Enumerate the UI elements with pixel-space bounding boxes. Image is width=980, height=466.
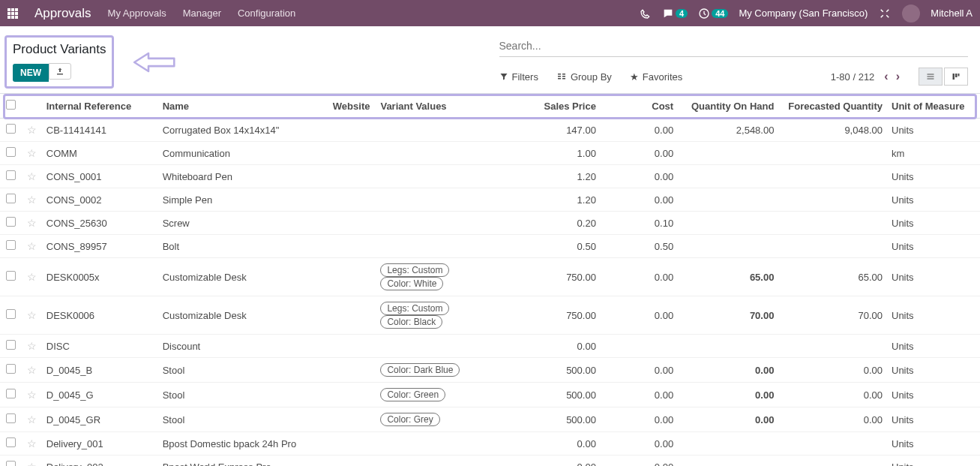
cell-variants — [376, 119, 508, 142]
star-icon[interactable]: ☆ — [27, 364, 37, 376]
cell-ref: CONS_89957 — [42, 235, 158, 258]
col-cost[interactable]: Cost — [601, 94, 678, 119]
cell-name: Whiteboard Pen — [158, 165, 328, 188]
star-icon[interactable]: ☆ — [27, 240, 37, 252]
user-name[interactable]: Mitchell A — [931, 8, 973, 19]
nav-manager[interactable]: Manager — [183, 8, 221, 19]
cell-cost — [601, 335, 678, 358]
cell-price: 1.20 — [508, 188, 601, 212]
product-table: Internal Reference Name Website Variant … — [0, 94, 980, 466]
cell-forecast — [778, 235, 887, 258]
apps-icon[interactable] — [7, 8, 18, 19]
cell-qty — [678, 235, 778, 258]
star-icon[interactable]: ☆ — [27, 413, 37, 425]
nav-configuration[interactable]: Configuration — [238, 8, 295, 19]
cell-variants — [376, 212, 508, 235]
cell-variants — [376, 432, 508, 455]
row-checkbox[interactable] — [6, 389, 16, 398]
cell-name: Bpost World Express Pro — [158, 455, 328, 467]
row-checkbox[interactable] — [6, 340, 16, 350]
col-name[interactable]: Name — [158, 94, 328, 119]
table-row[interactable]: ☆CONS_0001Whiteboard Pen1.200.00Units — [0, 165, 980, 188]
select-all-checkbox[interactable] — [6, 100, 16, 110]
table-row[interactable]: ☆DESK0006Customizable DeskLegs: CustomCo… — [0, 296, 980, 335]
import-button[interactable] — [49, 63, 71, 80]
star-icon[interactable]: ☆ — [27, 170, 37, 182]
search-input[interactable] — [499, 35, 969, 57]
col-qty[interactable]: Quantity On Hand — [678, 94, 778, 119]
table-row[interactable]: ☆D_0045_BStoolColor: Dark Blue500.000.00… — [0, 358, 980, 383]
cell-forecast: 0.00 — [778, 383, 887, 407]
row-checkbox[interactable] — [6, 413, 16, 423]
table-row[interactable]: ☆CB-11414141Corrugated Box 14x14x14"147.… — [0, 119, 980, 142]
favorites-button[interactable]: ★ Favorites — [630, 71, 682, 83]
cell-website — [328, 358, 376, 383]
row-checkbox[interactable] — [6, 364, 16, 374]
cell-name: Simple Pen — [158, 188, 328, 212]
view-list[interactable] — [919, 68, 943, 86]
star-icon[interactable]: ☆ — [27, 217, 37, 229]
star-icon[interactable]: ☆ — [27, 147, 37, 159]
col-ref[interactable]: Internal Reference — [42, 94, 158, 119]
star-icon[interactable]: ☆ — [27, 271, 37, 283]
col-uom[interactable]: Unit of Measure — [887, 94, 980, 119]
row-checkbox[interactable] — [6, 309, 16, 319]
row-checkbox[interactable] — [6, 437, 16, 447]
col-variants[interactable]: Variant Values — [376, 94, 508, 119]
table-row[interactable]: ☆D_0045_GRStoolColor: Grey500.000.000.00… — [0, 407, 980, 432]
row-checkbox[interactable] — [6, 194, 16, 203]
star-icon[interactable]: ☆ — [27, 340, 37, 352]
star-icon[interactable]: ☆ — [27, 194, 37, 206]
table-row[interactable]: ☆DISCDiscount0.00Units — [0, 335, 980, 358]
debug-icon[interactable] — [878, 7, 892, 20]
table-row[interactable]: ☆CONS_25630Screw0.200.10Units — [0, 212, 980, 235]
table-row[interactable]: ☆Delivery_002Bpost World Express Pro0.00… — [0, 455, 980, 467]
col-website[interactable]: Website — [328, 94, 376, 119]
phone-icon[interactable] — [640, 8, 652, 20]
cell-ref: D_0045_B — [42, 358, 158, 383]
row-checkbox[interactable] — [6, 461, 16, 466]
table-row[interactable]: ☆D_0045_GStoolColor: Green500.000.000.00… — [0, 383, 980, 407]
view-kanban[interactable] — [944, 68, 968, 86]
cell-qty — [678, 188, 778, 212]
cell-qty — [678, 335, 778, 358]
row-checkbox[interactable] — [6, 217, 16, 227]
row-checkbox[interactable] — [6, 147, 16, 157]
filters-button[interactable]: Filters — [499, 71, 538, 83]
activities-icon[interactable]: 44 — [698, 8, 728, 20]
cell-uom: km — [887, 142, 980, 165]
groupby-button[interactable]: Group By — [556, 71, 612, 83]
pager-prev[interactable]: ‹ — [882, 70, 890, 83]
avatar[interactable] — [902, 5, 920, 23]
row-checkbox[interactable] — [6, 170, 16, 180]
cell-forecast — [778, 212, 887, 235]
table-row[interactable]: ☆CONS_0002Simple Pen1.200.00Units — [0, 188, 980, 212]
row-checkbox[interactable] — [6, 271, 16, 281]
star-icon[interactable]: ☆ — [27, 124, 37, 136]
table-row[interactable]: ☆DESK0005xCustomizable DeskLegs: CustomC… — [0, 258, 980, 296]
variant-tag: Color: Black — [380, 315, 442, 329]
nav-my-approvals[interactable]: My Approvals — [108, 8, 166, 19]
row-checkbox[interactable] — [6, 124, 16, 134]
cell-name: Bolt — [158, 235, 328, 258]
app-brand[interactable]: Approvals — [34, 6, 91, 21]
cell-variants: Color: Grey — [376, 407, 508, 432]
table-row[interactable]: ☆COMMCommunication1.000.00km — [0, 142, 980, 165]
star-icon[interactable]: ☆ — [27, 437, 37, 449]
row-checkbox[interactable] — [6, 240, 16, 250]
table-row[interactable]: ☆CONS_89957Bolt0.500.50Units — [0, 235, 980, 258]
star-icon[interactable]: ☆ — [27, 389, 37, 401]
col-price[interactable]: Sales Price — [508, 94, 601, 119]
company-switcher[interactable]: My Company (San Francisco) — [739, 8, 868, 19]
col-forecast[interactable]: Forecasted Quantity — [778, 94, 887, 119]
new-button[interactable]: NEW — [13, 64, 49, 82]
table-row[interactable]: ☆Delivery_001Bpost Domestic bpack 24h Pr… — [0, 432, 980, 455]
star-icon[interactable]: ☆ — [27, 461, 37, 466]
messages-icon[interactable]: 4 — [662, 8, 688, 20]
cell-website — [328, 212, 376, 235]
cell-variants: Legs: CustomColor: White — [376, 258, 508, 296]
pager-next[interactable]: › — [894, 70, 902, 83]
pager-text[interactable]: 1-80 / 212 — [831, 71, 875, 83]
cell-forecast — [778, 432, 887, 455]
star-icon[interactable]: ☆ — [27, 309, 37, 321]
